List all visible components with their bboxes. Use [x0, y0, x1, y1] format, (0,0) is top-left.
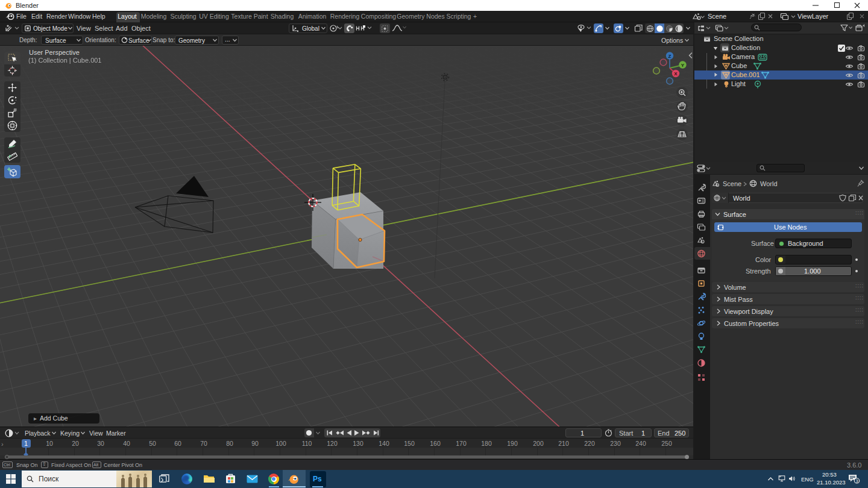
- svg-text:Y: Y: [681, 63, 685, 68]
- svg-text:X: X: [674, 71, 678, 77]
- svg-text:3: 3: [855, 478, 858, 484]
- svg-text:Z: Z: [668, 54, 671, 59]
